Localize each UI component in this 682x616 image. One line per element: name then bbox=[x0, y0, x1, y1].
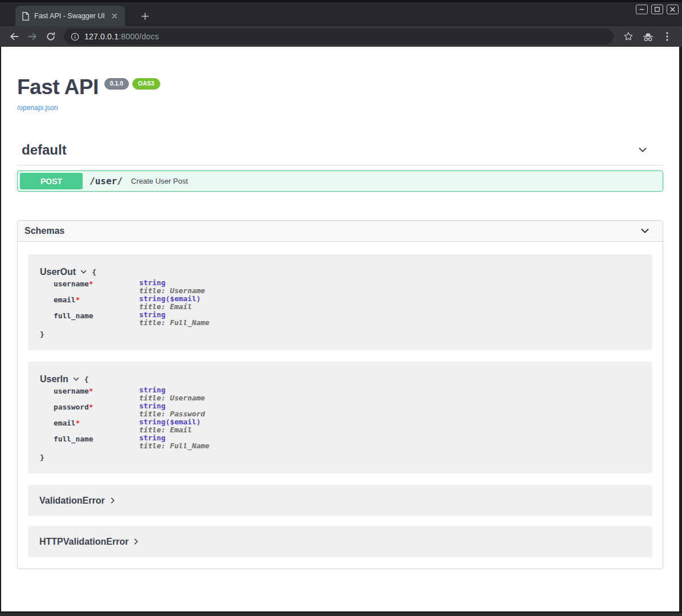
reload-icon[interactable] bbox=[42, 28, 59, 45]
property-row: email*string($email)title: Email bbox=[54, 295, 641, 311]
property-row: username*stringtitle: Username bbox=[54, 279, 641, 295]
property-name: full_name bbox=[54, 311, 139, 327]
open-brace: { bbox=[84, 374, 89, 384]
schemas-section: Schemas UserOut{username*stringtitle: Us… bbox=[17, 220, 663, 569]
back-icon[interactable] bbox=[6, 28, 23, 45]
property-list: username*stringtitle: Usernameemail*stri… bbox=[54, 279, 641, 327]
property-name: full_name bbox=[54, 434, 139, 450]
property-row: full_namestringtitle: Full_Name bbox=[54, 434, 641, 450]
oas3-badge: OAS3 bbox=[132, 78, 160, 90]
property-value: string($email)title: Email bbox=[139, 418, 201, 434]
chevron-right-icon[interactable] bbox=[132, 538, 140, 545]
window-frame-bottom bbox=[0, 611, 682, 616]
url-host: 127.0.0.1 bbox=[84, 32, 119, 41]
chevron-right-icon[interactable] bbox=[109, 497, 116, 504]
page-title: Fast API bbox=[17, 76, 99, 98]
property-name: username* bbox=[54, 386, 139, 402]
version-badge: 0.1.0 bbox=[104, 78, 129, 90]
close-brace: } bbox=[40, 330, 641, 338]
model-header[interactable]: ValidationError bbox=[39, 496, 641, 505]
property-type: string bbox=[139, 434, 209, 442]
property-type: string bbox=[139, 402, 205, 410]
schemas-title: Schemas bbox=[25, 226, 64, 236]
model-header[interactable]: HTTPValidationError bbox=[39, 537, 641, 546]
close-brace: } bbox=[40, 453, 641, 461]
browser-tab[interactable]: Fast API - Swagger UI bbox=[15, 6, 125, 26]
operation-path: /user/ bbox=[90, 176, 123, 187]
model-title[interactable]: UserIn bbox=[40, 374, 68, 384]
openapi-spec-link[interactable]: /openapi.json bbox=[17, 104, 58, 112]
property-value: stringtitle: Password bbox=[139, 402, 205, 418]
url-text[interactable]: 127.0.0.1:8000/docs bbox=[84, 32, 159, 41]
property-title: title: Username bbox=[139, 394, 205, 402]
property-row: email*string($email)title: Email bbox=[54, 418, 641, 434]
api-info-section: Fast API 0.1.0 OAS3 /openapi.json bbox=[17, 47, 663, 112]
property-title: title: Password bbox=[139, 410, 205, 418]
property-list: username*stringtitle: Usernamepassword*s… bbox=[54, 386, 641, 450]
property-value: string($email)title: Email bbox=[139, 295, 201, 311]
property-title: title: Username bbox=[139, 287, 205, 295]
schemas-body: UserOut{username*stringtitle: Usernameem… bbox=[18, 242, 663, 569]
property-row: username*stringtitle: Username bbox=[54, 386, 641, 402]
opblock-post-user[interactable]: POST /user/ Create User Post bbox=[17, 171, 663, 192]
open-brace: { bbox=[92, 267, 96, 277]
property-value: stringtitle: Full_Name bbox=[139, 311, 209, 327]
new-tab-icon[interactable] bbox=[138, 9, 152, 23]
property-row: password*stringtitle: Password bbox=[54, 402, 641, 418]
property-type: string bbox=[139, 279, 205, 287]
close-button[interactable] bbox=[667, 5, 679, 14]
info-circle-icon[interactable] bbox=[71, 33, 79, 41]
chevron-down-icon[interactable] bbox=[80, 268, 87, 275]
maximize-button[interactable] bbox=[651, 5, 663, 14]
property-title: title: Email bbox=[139, 426, 201, 434]
required-star: * bbox=[76, 419, 80, 427]
address-bar[interactable]: 127.0.0.1:8000/docs bbox=[64, 29, 614, 44]
property-type: string bbox=[139, 386, 205, 394]
chevron-down-icon[interactable] bbox=[639, 225, 651, 237]
model-title[interactable]: HTTPValidationError bbox=[39, 537, 128, 546]
property-type: string bbox=[139, 311, 209, 319]
model-UserIn: UserIn{username*stringtitle: Usernamepas… bbox=[28, 362, 652, 473]
model-title[interactable]: ValidationError bbox=[39, 496, 105, 505]
property-value: stringtitle: Username bbox=[139, 279, 205, 295]
model-header[interactable]: UserOut{ bbox=[40, 267, 641, 277]
minimize-button[interactable] bbox=[636, 5, 648, 14]
kebab-menu-icon[interactable] bbox=[658, 28, 676, 45]
model-header[interactable]: UserIn{ bbox=[40, 374, 641, 384]
required-star: * bbox=[89, 279, 94, 288]
property-title: title: Full_Name bbox=[139, 442, 209, 450]
chevron-down-icon[interactable] bbox=[637, 144, 648, 156]
forward-icon[interactable] bbox=[24, 28, 41, 45]
required-star: * bbox=[89, 387, 94, 395]
property-name: username* bbox=[54, 279, 139, 295]
tab-close-icon[interactable] bbox=[110, 11, 119, 21]
document-icon bbox=[22, 12, 29, 21]
property-row: full_namestringtitle: Full_Name bbox=[54, 311, 641, 327]
tag-section-default[interactable]: default bbox=[17, 139, 663, 165]
property-type: string($email) bbox=[139, 295, 201, 303]
model-title[interactable]: UserOut bbox=[40, 267, 76, 277]
star-icon[interactable] bbox=[619, 28, 638, 45]
tag-title: default bbox=[22, 142, 67, 158]
chevron-down-icon[interactable] bbox=[72, 375, 80, 383]
url-path: :8000/docs bbox=[119, 32, 159, 41]
incognito-icon bbox=[639, 28, 657, 45]
property-value: stringtitle: Username bbox=[139, 386, 205, 402]
property-type: string($email) bbox=[139, 418, 201, 426]
model-ValidationError: ValidationError bbox=[28, 485, 652, 516]
schemas-header[interactable]: Schemas bbox=[18, 221, 663, 242]
required-star: * bbox=[76, 295, 80, 304]
method-badge: POST bbox=[20, 173, 83, 189]
property-name: email* bbox=[54, 295, 139, 311]
window-controls bbox=[636, 5, 679, 14]
model-HTTPValidationError: HTTPValidationError bbox=[28, 526, 652, 557]
tab-title: Fast API - Swagger UI bbox=[34, 12, 105, 20]
required-star: * bbox=[89, 403, 94, 411]
page-content: Fast API 0.1.0 OAS3 /openapi.json defaul… bbox=[1, 47, 679, 611]
operation-summary: Create User Post bbox=[131, 177, 188, 185]
property-title: title: Full_Name bbox=[139, 319, 209, 327]
property-title: title: Email bbox=[139, 303, 201, 311]
browser-toolbar: 127.0.0.1:8000/docs bbox=[0, 26, 682, 47]
property-name: password* bbox=[54, 402, 139, 418]
model-UserOut: UserOut{username*stringtitle: Usernameem… bbox=[28, 254, 652, 350]
